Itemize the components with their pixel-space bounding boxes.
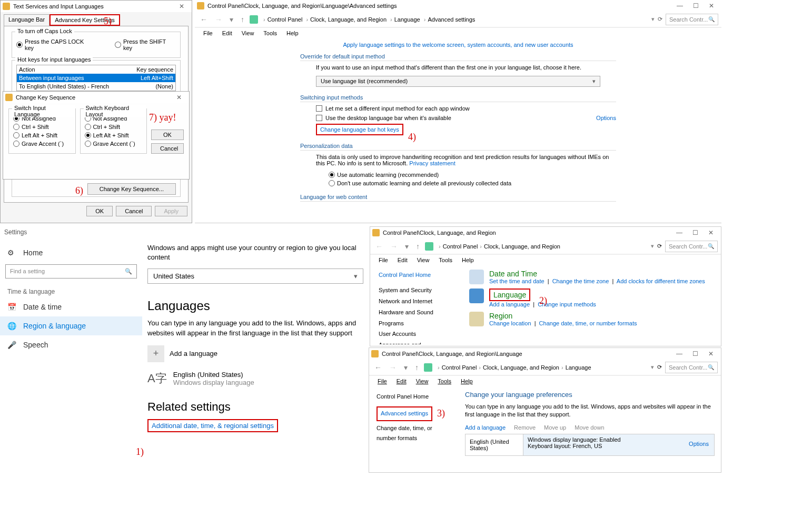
movedown-button[interactable]: Move down xyxy=(575,424,604,431)
close-button[interactable]: ✕ xyxy=(703,229,719,236)
change-key-sequence-button[interactable]: Change Key Sequence... xyxy=(87,183,176,195)
cancel-button[interactable]: Cancel xyxy=(116,206,152,216)
language-link[interactable]: Language xyxy=(493,291,526,299)
set-time-link[interactable]: Set the time and date xyxy=(489,278,544,284)
menu-edit[interactable]: Edit xyxy=(392,377,411,385)
capslock-radio[interactable]: Press the CAPS LOCK key xyxy=(16,38,94,51)
side-link[interactable]: Appearance and xyxy=(379,340,457,344)
apply-button[interactable]: Apply xyxy=(155,206,187,216)
dropdown-icon[interactable]: ▾ xyxy=(651,364,654,371)
side-link[interactable]: Programs xyxy=(379,318,457,329)
add-language-button[interactable]: Add a language xyxy=(465,424,506,431)
desktop-langbar-checkbox[interactable]: Use the desktop language bar when it's a… xyxy=(316,115,451,121)
auto-learning-radio[interactable]: Use automatic learning (recommended) xyxy=(329,172,616,178)
menu-tools[interactable]: Tools xyxy=(433,377,455,385)
change-hotkeys-link[interactable]: Change language bar hot keys xyxy=(320,126,399,133)
ok-button[interactable]: OK xyxy=(86,206,113,216)
side-link[interactable]: Network and Internet xyxy=(379,296,457,307)
menu-help[interactable]: Help xyxy=(282,29,303,37)
language-row[interactable]: English (United States) Windows display … xyxy=(465,434,715,456)
no-learning-radio[interactable]: Don't use automatic learning and delete … xyxy=(329,180,616,186)
language-item[interactable]: A字 English (United States) Windows displ… xyxy=(147,371,363,386)
recent-button[interactable]: ▾ xyxy=(227,15,235,24)
menu-view[interactable]: View xyxy=(237,29,259,37)
home-item[interactable]: ⚙Home xyxy=(0,243,142,262)
up-button[interactable]: ↑ xyxy=(414,242,422,251)
minimize-button[interactable]: — xyxy=(671,229,687,236)
skl-left-alt-shift[interactable]: Left Alt + Shift xyxy=(85,132,143,138)
privacy-link[interactable]: Privacy statement xyxy=(409,160,455,166)
refresh-button[interactable]: ⟳ xyxy=(657,243,662,250)
remove-button[interactable]: Remove xyxy=(514,424,536,431)
menu-view[interactable]: View xyxy=(413,256,434,264)
date-time-item[interactable]: 📅Date & time xyxy=(0,297,142,316)
back-button[interactable]: ← xyxy=(198,15,210,24)
maximize-button[interactable]: ☐ xyxy=(687,350,703,357)
ok-button[interactable]: OK xyxy=(151,130,184,140)
per-app-checkbox[interactable]: Let me set a different input method for … xyxy=(316,105,616,112)
menu-edit[interactable]: Edit xyxy=(218,29,236,37)
region-link[interactable]: Region xyxy=(489,312,637,320)
input-method-select[interactable]: Use language list (recommended) xyxy=(316,76,600,87)
close-button[interactable]: ✕ xyxy=(174,3,190,10)
menu-tools[interactable]: Tools xyxy=(259,29,281,37)
country-select[interactable]: United States xyxy=(147,269,363,284)
tab-language-bar[interactable]: Language Bar xyxy=(4,14,49,26)
options-link[interactable]: Options xyxy=(596,115,616,121)
menu-tools[interactable]: Tools xyxy=(434,256,457,264)
maximize-button[interactable]: ☐ xyxy=(687,229,703,236)
search-input[interactable]: Search Contr... xyxy=(665,362,718,373)
search-input[interactable]: Search Contr... xyxy=(665,241,718,252)
maximize-button[interactable]: ☐ xyxy=(688,2,704,9)
add-language-button[interactable]: + Add a language xyxy=(147,345,363,362)
cp-home-link[interactable]: Control Panel Home xyxy=(377,392,451,402)
minimize-button[interactable]: — xyxy=(672,2,688,9)
speech-item[interactable]: 🎤Speech xyxy=(0,335,142,354)
menu-edit[interactable]: Edit xyxy=(393,256,412,264)
minimize-button[interactable]: — xyxy=(671,350,687,357)
back-button[interactable]: ← xyxy=(373,242,385,251)
dropdown-icon[interactable]: ▾ xyxy=(651,243,654,250)
change-formats-link[interactable]: Change date, time, or number formats xyxy=(377,423,451,444)
home-icon[interactable] xyxy=(425,242,433,251)
menu-file[interactable]: File xyxy=(199,29,217,37)
forward-button[interactable]: → xyxy=(387,363,399,372)
date-time-link[interactable]: Date and Time xyxy=(489,270,705,278)
change-formats-link[interactable]: Change date, time, or number formats xyxy=(539,320,637,326)
search-input[interactable]: Search Contr... xyxy=(666,14,718,25)
shift-radio[interactable]: Press the SHIFT key xyxy=(115,38,176,51)
close-button[interactable]: ✕ xyxy=(704,2,719,9)
home-icon[interactable] xyxy=(250,15,258,24)
menu-file[interactable]: File xyxy=(374,256,392,264)
cp-home-link[interactable]: Control Panel Home xyxy=(379,270,457,281)
skl-ctrl-shift[interactable]: Ctrl + Shift xyxy=(85,124,143,130)
sil-left-alt-shift[interactable]: Left Alt + Shift xyxy=(13,132,71,138)
side-link[interactable]: Hardware and Sound xyxy=(379,307,457,318)
close-button[interactable]: ✕ xyxy=(171,94,187,101)
menu-help[interactable]: Help xyxy=(457,377,477,385)
forward-button[interactable]: → xyxy=(388,242,400,251)
forward-button[interactable]: → xyxy=(213,15,224,24)
refresh-button[interactable]: ⟳ xyxy=(657,364,662,371)
add-clocks-link[interactable]: Add clocks for different time zones xyxy=(617,278,705,284)
breadcrumb[interactable]: ›Control Panel›Clock, Language, and Regi… xyxy=(435,364,591,371)
moveup-button[interactable]: Move up xyxy=(544,424,566,431)
skl-grave[interactable]: Grave Accent (`) xyxy=(85,141,143,147)
menu-help[interactable]: Help xyxy=(458,256,478,264)
sil-grave[interactable]: Grave Accent (`) xyxy=(13,141,71,147)
options-link[interactable]: Options xyxy=(689,441,709,447)
sil-ctrl-shift[interactable]: Ctrl + Shift xyxy=(13,124,71,130)
menu-view[interactable]: View xyxy=(412,377,433,385)
side-link[interactable]: User Accounts xyxy=(379,329,457,340)
change-location-link[interactable]: Change location xyxy=(489,320,531,326)
add-lang-link[interactable]: Add a language xyxy=(489,301,530,307)
back-button[interactable]: ← xyxy=(372,363,384,372)
find-setting-input[interactable]: Find a setting🔍 xyxy=(5,264,137,279)
recent-button[interactable]: ▾ xyxy=(402,363,410,372)
hotkey-row[interactable]: Between input languagesLeft Alt+Shift xyxy=(17,74,175,82)
advanced-settings-link[interactable]: Advanced settings xyxy=(381,410,428,416)
region-language-item[interactable]: 🌐Region & language xyxy=(0,316,142,335)
cancel-button[interactable]: Cancel xyxy=(151,143,184,154)
additional-settings-link[interactable]: Additional date, time, & regional settin… xyxy=(152,422,274,430)
close-button[interactable]: ✕ xyxy=(703,350,719,357)
